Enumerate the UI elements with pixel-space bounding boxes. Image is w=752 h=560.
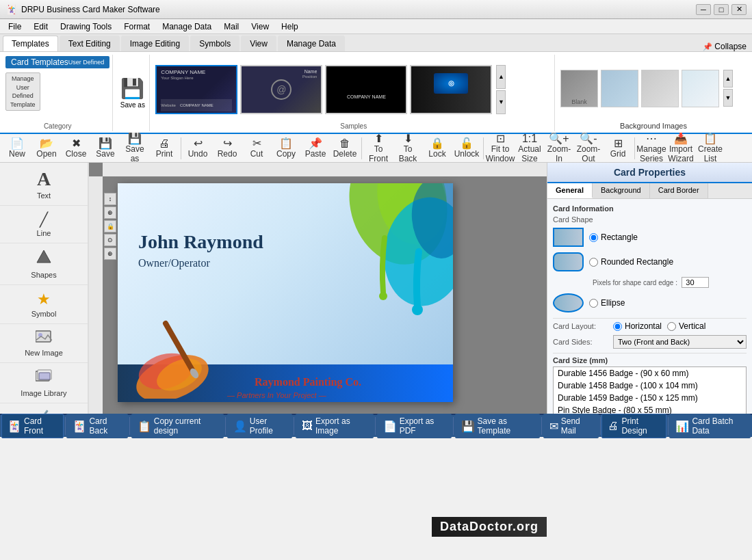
canvas-tool-4[interactable]: ⊕: [104, 248, 116, 260]
canvas-tool-2[interactable]: ⊕: [104, 206, 116, 219]
unlock-button[interactable]: 🔓Unlock: [452, 136, 481, 161]
copy-button[interactable]: 📋Copy: [272, 136, 300, 161]
export-pdf-button[interactable]: 📄 Export as PDF: [377, 414, 452, 438]
export-image-button[interactable]: 🖼 Export as Image: [296, 414, 374, 438]
import-wizard-button[interactable]: 📥Import Wizard: [666, 131, 695, 165]
close-doc-button[interactable]: ✖Close: [62, 136, 90, 161]
to-front-button[interactable]: ⬆To Front: [364, 131, 393, 165]
card-back-button[interactable]: 🃏 Card Back: [66, 414, 127, 438]
title-controls[interactable]: ─ □ ✕: [696, 4, 747, 15]
sample-thumb-2[interactable]: @ Name Position: [240, 65, 322, 114]
bg-scroll-down[interactable]: ▼: [723, 89, 733, 107]
tool-new-image[interactable]: New Image: [0, 324, 88, 363]
props-tab-background[interactable]: Background: [593, 183, 650, 198]
to-back-button[interactable]: ⬇To Back: [393, 131, 422, 165]
menu-manage-data[interactable]: Manage Data: [157, 21, 217, 33]
redo-button[interactable]: ↪Redo: [213, 136, 242, 161]
cut-button[interactable]: ✂Cut: [242, 136, 271, 161]
fit-window-button[interactable]: ⊡Fit to Window: [486, 131, 515, 165]
new-button[interactable]: 📄New: [3, 136, 31, 161]
menu-mail[interactable]: Mail: [218, 21, 244, 33]
card-size-list[interactable]: Durable 1456 Badge - (90 x 60 mm) Durabl…: [553, 366, 747, 414]
tool-shapes[interactable]: Shapes: [0, 243, 88, 285]
props-tab-general[interactable]: General: [547, 183, 593, 198]
menu-edit[interactable]: Edit: [28, 21, 53, 33]
card-front-button[interactable]: 🃏 Card Front: [1, 414, 64, 438]
canvas-tool-3[interactable]: ⊙: [104, 234, 116, 246]
minimize-button[interactable]: ─: [696, 4, 711, 15]
card-batch-button[interactable]: 📊 Card Batch Data: [669, 414, 751, 438]
bg-thumb-3[interactable]: [641, 70, 679, 107]
bg-thumb-4[interactable]: [682, 70, 719, 107]
paste-button[interactable]: 📌Paste: [301, 136, 330, 161]
rounded-radio[interactable]: [589, 258, 598, 267]
grid-button[interactable]: ⊞Grid: [604, 136, 632, 161]
copy-design-button[interactable]: 📋 Copy current design: [131, 414, 224, 438]
sides-select[interactable]: Two (Front and Back): [613, 335, 747, 349]
actual-size-button[interactable]: 1:1Actual Size: [515, 131, 544, 165]
lock-button[interactable]: 🔒Lock: [423, 136, 452, 161]
menu-drawing-tools[interactable]: Drawing Tools: [55, 21, 117, 33]
print-button[interactable]: 🖨Print: [150, 136, 179, 161]
menu-view[interactable]: View: [246, 21, 274, 33]
menu-file[interactable]: File: [3, 21, 27, 33]
tab-symbols[interactable]: Symbols: [190, 36, 239, 51]
tool-line[interactable]: ╱ Line: [0, 206, 88, 243]
maximize-button[interactable]: □: [714, 4, 729, 15]
ellipse-radio-label[interactable]: Ellipse: [589, 298, 625, 308]
bg-thumb-2[interactable]: [601, 70, 638, 107]
tab-image-editing[interactable]: Image Editing: [121, 36, 189, 51]
tab-view[interactable]: View: [241, 36, 276, 51]
undo-button[interactable]: ↩Undo: [183, 136, 212, 161]
save-template-button[interactable]: 💾 Save as Template: [455, 414, 540, 438]
open-button[interactable]: 📂Open: [32, 136, 61, 161]
tool-text[interactable]: A Text: [0, 163, 88, 206]
size-item-0[interactable]: Durable 1456 Badge - (90 x 60 mm): [554, 367, 746, 379]
save-as-toolbar-button[interactable]: 💾Save as: [120, 131, 149, 165]
canvas-tool-lock[interactable]: 🔒: [104, 220, 116, 232]
rectangle-radio-label[interactable]: Rectangle: [589, 232, 638, 242]
send-mail-button[interactable]: ✉ Send Mail: [543, 414, 599, 438]
tab-templates[interactable]: Templates: [3, 36, 58, 51]
collapse-button[interactable]: 📌 Collapse: [703, 42, 747, 51]
samples-scroll-up[interactable]: ▲: [496, 65, 506, 89]
size-item-3[interactable]: Pin Style Badge - (80 x 55 mm): [554, 404, 746, 414]
card-templates-button[interactable]: Card Templates User Defined: [5, 56, 109, 68]
props-tab-card-border[interactable]: Card Border: [650, 183, 708, 198]
sample-thumb-3[interactable]: COMPANY NAME: [325, 65, 407, 114]
tool-image-library[interactable]: Image Library: [0, 363, 88, 403]
pixels-input[interactable]: [682, 277, 709, 288]
size-item-1[interactable]: Durable 1458 Badge - (100 x 104 mm): [554, 379, 746, 392]
vertical-radio[interactable]: [667, 322, 676, 331]
tool-symbol[interactable]: ★ Symbol: [0, 285, 88, 324]
horizontal-radio-label[interactable]: Horizontal: [613, 321, 662, 331]
samples-scroll-down[interactable]: ▼: [496, 90, 506, 114]
horizontal-radio[interactable]: [613, 322, 622, 331]
bg-thumb-blank[interactable]: Blank: [560, 70, 598, 107]
canvas-tool-1[interactable]: ↕: [104, 193, 116, 205]
tool-signature[interactable]: ✍ Signature: [0, 403, 88, 414]
menu-help[interactable]: Help: [276, 21, 304, 33]
print-design-button[interactable]: 🖨 Print Design: [601, 414, 666, 438]
sample-thumb-4[interactable]: ◎: [410, 65, 492, 114]
manage-series-button[interactable]: ⋯Manage Series: [637, 131, 666, 165]
bg-scroll-up[interactable]: ▲: [723, 70, 733, 88]
menu-format[interactable]: Format: [118, 21, 155, 33]
sample-thumb-1[interactable]: COMPANY NAME Your Slogan Here Website CO…: [155, 65, 237, 114]
save-button[interactable]: 💾Save: [91, 136, 120, 161]
zoom-in-button[interactable]: 🔍+Zoom-In: [545, 131, 573, 165]
size-item-2[interactable]: Durable 1459 Badge - (150 x 125 mm): [554, 392, 746, 404]
zoom-out-button[interactable]: 🔍-Zoom-Out: [574, 131, 603, 165]
manage-template-button[interactable]: ManageUserDefinedTemplate: [5, 72, 40, 111]
rectangle-radio[interactable]: [589, 233, 598, 242]
user-profile-button[interactable]: 👤 User Profile: [227, 414, 292, 438]
ellipse-radio[interactable]: [589, 299, 598, 308]
tab-manage-data[interactable]: Manage Data: [278, 36, 345, 51]
rounded-radio-label[interactable]: Rounded Rectangle: [589, 257, 673, 267]
tab-text-editing[interactable]: Text Editing: [60, 36, 120, 51]
close-button[interactable]: ✕: [731, 4, 747, 15]
create-list-button[interactable]: 📋Create List: [696, 131, 725, 165]
save-as-icon[interactable]: 💾: [120, 77, 144, 100]
delete-button[interactable]: 🗑Delete: [330, 136, 359, 161]
vertical-radio-label[interactable]: Vertical: [667, 321, 705, 331]
